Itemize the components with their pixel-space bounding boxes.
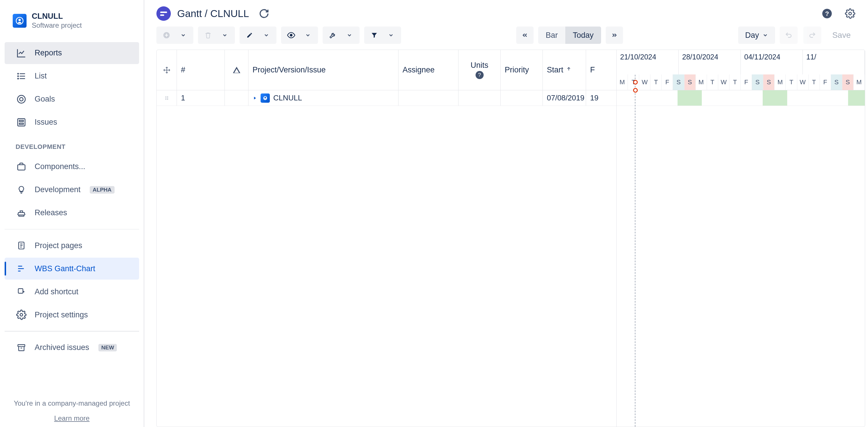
sidebar-item-label: Project settings [35, 310, 88, 319]
timeline-week-label: 04/11/2024 [741, 50, 803, 74]
sidebar-item-reports[interactable]: Reports [5, 42, 139, 64]
timeline-day-cell: S [673, 74, 684, 90]
col-assignee[interactable]: Assignee [399, 50, 459, 90]
timeline-day-cell: M [775, 74, 786, 90]
row-drag-handle[interactable] [157, 90, 177, 105]
grid-header: # Project/Version/Issue Assignee Units ?… [157, 50, 616, 90]
col-project[interactable]: Project/Version/Issue [248, 50, 399, 90]
svg-rect-12 [19, 120, 23, 121]
tools-dropdown[interactable] [342, 27, 360, 44]
timeline-day-cell: T [786, 74, 797, 90]
sidebar-item-add-shortcut[interactable]: Add shortcut [5, 281, 139, 303]
sidebar-item-archived[interactable]: Archived issues NEW [5, 337, 139, 359]
toolbar: Bar Today Day Save [156, 27, 868, 44]
sidebar-item-label: Releases [35, 208, 67, 217]
undo-button[interactable] [780, 27, 798, 44]
save-button[interactable]: Save [827, 27, 856, 44]
list-icon [16, 70, 27, 82]
row-finish[interactable]: 19 [586, 90, 616, 105]
col-finish[interactable]: F [586, 50, 616, 90]
timeline-row[interactable] [617, 90, 865, 106]
settings-button[interactable] [844, 8, 856, 19]
svg-point-30 [290, 34, 292, 36]
archive-icon [16, 342, 27, 354]
svg-rect-24 [18, 344, 25, 346]
tools-button[interactable] [322, 27, 340, 44]
delete-button[interactable] [198, 27, 215, 44]
col-warning[interactable] [225, 50, 248, 90]
view-dropdown[interactable] [301, 27, 318, 44]
sidebar-item-goals[interactable]: Goals [5, 88, 139, 110]
row-start[interactable]: 07/08/2019 [543, 90, 586, 105]
row-name-cell[interactable]: CLNULL [248, 90, 399, 105]
add-button[interactable] [156, 27, 174, 44]
learn-more-link[interactable]: Learn more [7, 414, 136, 422]
timeline[interactable]: 21/10/202428/10/202404/11/202411/ MTWTFS… [617, 50, 865, 427]
svg-point-34 [167, 96, 168, 97]
sidebar-item-project-settings[interactable]: Project settings [5, 304, 139, 326]
svg-rect-32 [236, 71, 237, 72]
bar-mode-button[interactable]: Bar [538, 27, 565, 44]
filter-button[interactable] [364, 27, 381, 44]
page-icon [16, 240, 27, 251]
col-number[interactable]: # [177, 50, 225, 90]
col-drag[interactable] [157, 50, 177, 90]
help-button[interactable]: ? [821, 8, 833, 19]
svg-point-37 [165, 99, 166, 100]
timeline-day-cell: W [639, 74, 650, 90]
row-priority[interactable] [501, 90, 543, 105]
col-start[interactable]: Start [543, 50, 586, 90]
svg-point-40 [265, 97, 266, 98]
expand-caret-icon[interactable] [252, 93, 257, 102]
zoom-level-dropdown[interactable]: Day [738, 27, 775, 44]
timeline-body[interactable] [617, 90, 865, 427]
sidebar-item-label: WBS Gantt-Chart [35, 264, 95, 273]
timeline-header: 21/10/202428/10/202404/11/202411/ MTWTFS… [617, 50, 865, 90]
sidebar-item-list[interactable]: List [5, 65, 139, 87]
delete-dropdown[interactable] [218, 27, 235, 44]
svg-point-9 [18, 95, 25, 103]
scroll-left-button[interactable] [516, 27, 533, 44]
svg-rect-22 [18, 289, 23, 294]
tools-button-group [322, 27, 360, 44]
timeline-day-cell: F [741, 74, 752, 90]
filter-dropdown[interactable] [384, 27, 401, 44]
issues-icon [16, 117, 27, 128]
col-priority[interactable]: Priority [501, 50, 543, 90]
svg-rect-14 [18, 165, 25, 170]
view-button[interactable] [281, 27, 299, 44]
project-avatar-icon [13, 14, 27, 28]
timeline-day-cell: S [752, 74, 763, 90]
timeline-day-cell: S [763, 74, 775, 90]
col-units[interactable]: Units ? [459, 50, 501, 90]
table-row[interactable]: 1 CLNULL [157, 90, 616, 106]
svg-point-36 [167, 97, 168, 98]
add-shortcut-icon [16, 286, 27, 298]
edit-button[interactable] [240, 27, 257, 44]
sidebar-item-project-pages[interactable]: Project pages [5, 235, 139, 256]
timeline-day-cell: W [797, 74, 809, 90]
row-assignee[interactable] [399, 90, 459, 105]
project-header: CLNULL Software project [5, 10, 139, 35]
alpha-badge: ALPHA [90, 186, 114, 193]
redo-button[interactable] [803, 27, 821, 44]
row-units[interactable] [459, 90, 501, 105]
sidebar-item-label: Development [35, 185, 81, 194]
edit-dropdown[interactable] [259, 27, 276, 44]
svg-point-8 [18, 78, 19, 79]
units-help-icon[interactable]: ? [475, 71, 484, 79]
sidebar-item-issues[interactable]: Issues [5, 111, 139, 133]
refresh-button[interactable] [258, 8, 270, 19]
row-name: CLNULL [273, 93, 302, 102]
sidebar-item-wbs-gantt[interactable]: WBS Gantt-Chart [5, 257, 139, 280]
gear-icon [16, 309, 27, 321]
svg-rect-13 [19, 123, 23, 124]
sidebar-item-components[interactable]: Components... [5, 156, 139, 178]
timeline-day-cell: S [831, 74, 842, 90]
today-button[interactable]: Today [565, 27, 601, 44]
add-dropdown[interactable] [176, 27, 193, 44]
sidebar-item-development[interactable]: Development ALPHA [5, 179, 139, 201]
sidebar-item-releases[interactable]: Releases [5, 202, 139, 224]
sort-asc-icon [566, 65, 571, 74]
scroll-right-button[interactable] [606, 27, 623, 44]
